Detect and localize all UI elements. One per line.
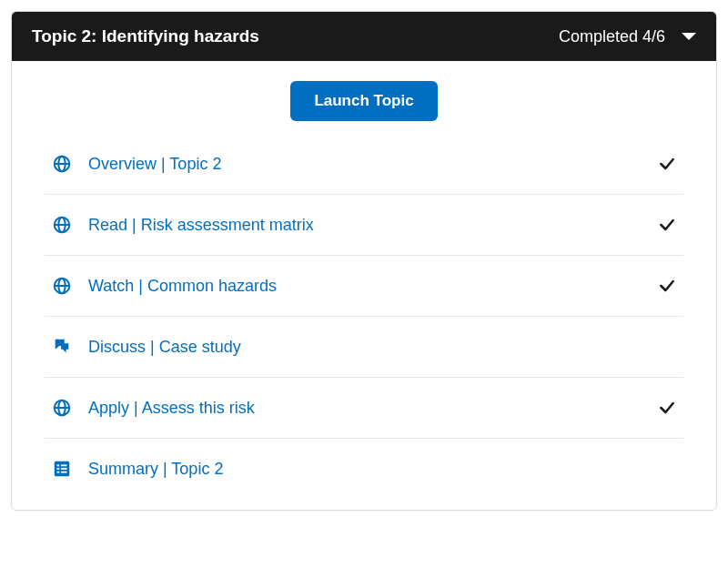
launch-wrap: Launch Topic bbox=[12, 61, 716, 134]
chevron-down-icon[interactable] bbox=[682, 33, 696, 40]
topic-item[interactable]: Summary | Topic 2 bbox=[45, 439, 683, 499]
svg-rect-18 bbox=[61, 472, 66, 473]
topic-items: Overview | Topic 2 Read | Risk assessmen… bbox=[12, 134, 716, 510]
svg-rect-17 bbox=[57, 472, 60, 473]
topic-item[interactable]: Discuss | Case study bbox=[45, 317, 683, 378]
header-right: Completed 4/6 bbox=[559, 27, 696, 46]
topic-header[interactable]: Topic 2: Identifying hazards Completed 4… bbox=[12, 12, 716, 61]
svg-rect-13 bbox=[57, 464, 60, 466]
globe-icon bbox=[52, 154, 72, 174]
launch-topic-button[interactable]: Launch Topic bbox=[290, 81, 437, 121]
topic-item[interactable]: Watch | Common hazards bbox=[45, 256, 683, 317]
topic-item[interactable]: Overview | Topic 2 bbox=[45, 134, 683, 195]
topic-panel: Topic 2: Identifying hazards Completed 4… bbox=[11, 11, 717, 511]
topic-item[interactable]: Apply | Assess this risk bbox=[45, 378, 683, 439]
topic-item-label[interactable]: Watch | Common hazards bbox=[88, 277, 642, 296]
topic-item-label[interactable]: Read | Risk assessment matrix bbox=[88, 216, 642, 235]
svg-rect-14 bbox=[61, 464, 66, 466]
completion-status: Completed 4/6 bbox=[559, 27, 665, 46]
discuss-icon bbox=[52, 337, 72, 357]
check-icon bbox=[658, 399, 676, 417]
check-icon bbox=[658, 277, 676, 295]
svg-rect-16 bbox=[61, 468, 66, 470]
topic-item-label[interactable]: Summary | Topic 2 bbox=[88, 460, 676, 479]
svg-rect-15 bbox=[57, 468, 60, 470]
topic-item-label[interactable]: Discuss | Case study bbox=[88, 338, 676, 357]
globe-icon bbox=[52, 276, 72, 296]
topic-item-label[interactable]: Apply | Assess this risk bbox=[88, 399, 642, 418]
check-icon bbox=[658, 216, 676, 234]
globe-icon bbox=[52, 215, 72, 235]
globe-icon bbox=[52, 398, 72, 418]
check-icon bbox=[658, 155, 676, 173]
summary-icon bbox=[52, 459, 72, 479]
topic-title: Topic 2: Identifying hazards bbox=[32, 26, 259, 46]
topic-item-label[interactable]: Overview | Topic 2 bbox=[88, 155, 642, 174]
topic-item[interactable]: Read | Risk assessment matrix bbox=[45, 195, 683, 256]
